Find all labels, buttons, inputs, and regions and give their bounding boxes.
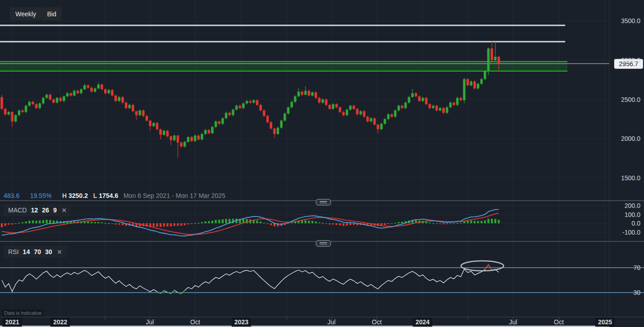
trading-chart-window: Weekly Bid 483.6 19.55% H 3250.2 L 1754.… — [0, 0, 644, 327]
time-axis-label[interactable]: 2023 — [231, 317, 251, 327]
timeframe-button[interactable]: Weekly — [10, 7, 42, 20]
time-axis-label[interactable]: Jul — [506, 317, 520, 327]
rsi-label: RSI — [8, 248, 19, 255]
macd-label: MACD — [8, 207, 27, 214]
price-axis-label[interactable]: 2500.0 — [621, 96, 640, 103]
gridlines — [0, 0, 609, 327]
rsi-line — [2, 264, 499, 293]
rsi-param-period: 14 — [23, 248, 30, 255]
macd-axis-label[interactable]: 0.0 — [632, 220, 640, 227]
price-axis-label[interactable]: 3000.0 — [621, 57, 640, 64]
rsi-close-icon[interactable]: ✕ — [57, 249, 62, 255]
macd-param-slow: 26 — [42, 207, 49, 214]
change-value: 483.6 — [4, 192, 19, 199]
price-axis-label[interactable]: 1500.0 — [621, 174, 640, 182]
rsi-indicator-chip[interactable]: RSI 14 70 30 ✕ — [4, 246, 67, 258]
timeframe-label: Weekly — [15, 10, 36, 18]
rsi-highlight-ellipse-annotation[interactable] — [461, 261, 504, 271]
support-zone[interactable] — [0, 62, 567, 71]
macd-close-icon[interactable]: ✕ — [62, 207, 67, 214]
price-axis-label[interactable]: 2000.0 — [621, 135, 640, 142]
rsi-panel-drag-handle[interactable] — [316, 240, 331, 247]
data-indicative-note: Data is indicative — [2, 309, 44, 317]
time-axis-label[interactable]: Oct — [187, 317, 203, 327]
rsi-axis-label[interactable]: 70 — [633, 264, 640, 271]
date-range: Mon 6 Sep 2021 - Mon 17 Mar 2025 — [124, 192, 226, 199]
macd-param-signal: 9 — [53, 207, 57, 214]
time-axis-label[interactable]: Jul — [325, 317, 338, 327]
macd-axis-label[interactable]: 200.0 — [625, 202, 640, 209]
time-axis-label[interactable]: 2021 — [2, 317, 22, 327]
rsi-panel[interactable] — [0, 261, 644, 293]
macd-signal-line — [2, 213, 499, 234]
rsi-axis-label[interactable]: 30 — [633, 289, 640, 296]
time-axis-label[interactable]: 2025 — [595, 317, 615, 327]
price-type-button[interactable]: Bid — [42, 7, 62, 20]
time-axis-label[interactable]: Oct — [551, 317, 567, 327]
time-axis-label[interactable]: Oct — [369, 317, 384, 327]
resistance-lines[interactable] — [0, 25, 565, 42]
change-percent: 19.55% — [30, 192, 51, 199]
time-axis-label[interactable]: 2022 — [50, 317, 70, 327]
high-value: 3250.2 — [68, 192, 88, 199]
macd-param-fast: 12 — [31, 207, 38, 214]
macd-indicator-chip[interactable]: MACD 12 26 9 ✕ — [4, 204, 71, 216]
macd-panel-drag-handle[interactable] — [316, 199, 331, 206]
chart-canvas[interactable] — [0, 0, 644, 327]
price-summary-bar: 483.6 19.55% H 3250.2 L 1754.6 Mon 6 Sep… — [4, 192, 226, 199]
price-axis-label[interactable]: 3500.0 — [621, 17, 640, 24]
macd-axis-label[interactable]: 100.0 — [625, 211, 640, 218]
rsi-param-lower: 30 — [45, 248, 53, 255]
time-axis-label[interactable]: Jul — [143, 317, 157, 327]
price-type-label: Bid — [47, 10, 56, 18]
high-label: H — [62, 192, 67, 199]
low-label: L — [93, 192, 97, 199]
macd-axis-label[interactable]: -100.0 — [622, 229, 640, 236]
time-axis-label[interactable]: 2024 — [413, 317, 432, 327]
low-value: 1754.6 — [99, 192, 118, 199]
rsi-param-upper: 70 — [34, 248, 41, 255]
